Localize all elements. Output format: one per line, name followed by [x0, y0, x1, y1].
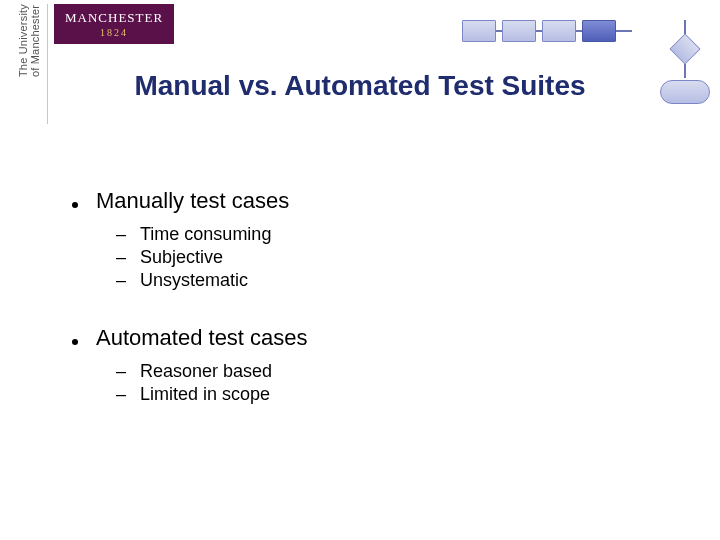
section-heading: Automated test cases: [96, 325, 308, 351]
list-item: Limited in scope: [116, 384, 680, 405]
flow-step-active-icon: [582, 20, 616, 42]
flow-decision-icon: [669, 33, 700, 64]
bullet-icon: [72, 339, 78, 345]
logo-wordmark: MANCHESTER: [65, 10, 163, 26]
logo-year: 1824: [100, 27, 128, 38]
list-item: Time consuming: [116, 224, 680, 245]
bullet-icon: [72, 202, 78, 208]
university-logo: The University of Manchester MANCHESTER …: [14, 4, 174, 124]
slide-body: Manually test cases Time consuming Subje…: [72, 188, 680, 439]
flow-step-icon: [502, 20, 536, 42]
logo-divider: [47, 4, 48, 124]
list-item: Unsystematic: [116, 270, 680, 291]
logo-badge: MANCHESTER 1824: [54, 4, 174, 44]
flow-step-icon: [542, 20, 576, 42]
flow-step-icon: [462, 20, 496, 42]
slide-title: Manual vs. Automated Test Suites: [0, 70, 720, 102]
list-item: Subjective: [116, 247, 680, 268]
section-heading: Manually test cases: [96, 188, 289, 214]
logo-vertical-line2: of Manchester: [29, 5, 41, 77]
logo-vertical-line1: The University: [17, 4, 29, 77]
list-item: Reasoner based: [116, 361, 680, 382]
